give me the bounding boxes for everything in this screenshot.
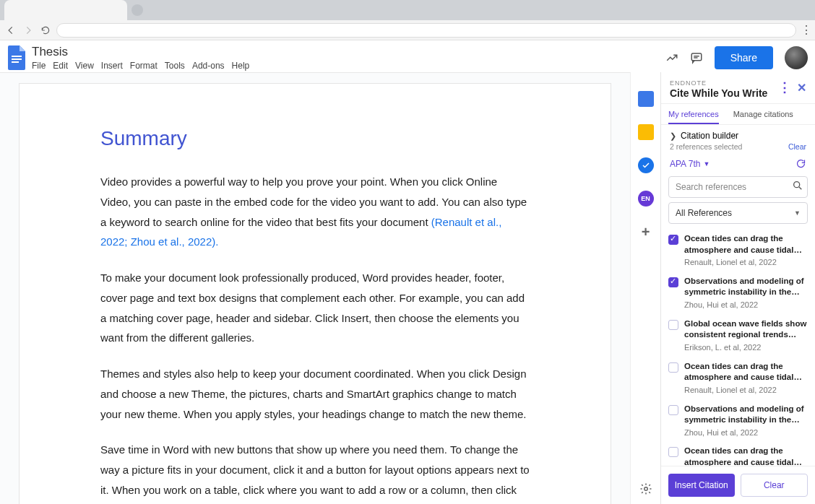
- reference-checkbox[interactable]: [668, 320, 678, 330]
- tab-my-references[interactable]: My references: [668, 110, 719, 124]
- citation-style-select[interactable]: APA 7th▼: [670, 159, 710, 169]
- reference-item[interactable]: Observations and modeling of symmetric i…: [667, 272, 809, 315]
- reference-authors: Zhou, Hui et al, 2022: [684, 300, 808, 310]
- panel-title: Cite While You Write: [670, 87, 778, 99]
- svg-rect-3: [691, 53, 702, 61]
- menu-format[interactable]: Format: [130, 61, 158, 71]
- menu-view[interactable]: View: [75, 61, 94, 71]
- clear-button[interactable]: Clear: [741, 474, 808, 497]
- body-paragraph: To make your document look professionall…: [100, 268, 530, 348]
- reference-title: Ocean tides can drag the atmosphere and …: [684, 446, 808, 466]
- activity-icon[interactable]: [665, 51, 678, 64]
- new-tab-button[interactable]: [131, 4, 143, 16]
- browser-menu-icon[interactable]: ⋮: [801, 23, 811, 37]
- svg-rect-0: [12, 56, 22, 57]
- reference-authors: Zhou, Hui et al, 2022: [684, 427, 808, 438]
- url-input[interactable]: [56, 23, 796, 38]
- selected-count: 2 references selected: [670, 142, 742, 151]
- menu-bar: File Edit View Insert Format Tools Add-o…: [32, 61, 249, 71]
- back-icon[interactable]: [4, 24, 17, 37]
- menu-addons[interactable]: Add-ons: [192, 61, 225, 71]
- svg-point-6: [644, 487, 647, 491]
- refresh-icon[interactable]: [795, 158, 806, 169]
- gdocs-logo-icon[interactable]: [7, 45, 27, 71]
- document-canvas[interactable]: Summary Video provides a powerful way to…: [0, 72, 630, 504]
- reference-item[interactable]: Ocean tides can drag the atmosphere and …: [667, 442, 809, 466]
- clear-selection-link[interactable]: Clear: [788, 142, 806, 151]
- reference-title: Ocean tides can drag the atmosphere and …: [684, 361, 808, 383]
- close-icon[interactable]: ✕: [797, 81, 806, 95]
- calendar-icon[interactable]: [638, 91, 654, 107]
- reference-checkbox[interactable]: [668, 362, 678, 373]
- browser-toolbar: ⋮: [0, 20, 815, 40]
- reference-item[interactable]: Observations and modeling of symmetric i…: [667, 400, 809, 443]
- menu-insert[interactable]: Insert: [101, 61, 123, 71]
- menu-help[interactable]: Help: [232, 61, 250, 71]
- search-input[interactable]: [668, 176, 808, 198]
- endnote-addon-icon[interactable]: EN: [638, 191, 654, 207]
- reference-item[interactable]: Ocean tides can drag the atmosphere and …: [667, 230, 809, 272]
- document-page: Summary Video provides a powerful way to…: [19, 83, 611, 504]
- reference-checkbox[interactable]: [668, 235, 678, 245]
- reference-authors: Erikson, L. et al, 2022: [684, 342, 808, 353]
- svg-rect-1: [12, 58, 22, 60]
- reference-title: Ocean tides can drag the atmosphere and …: [684, 233, 808, 256]
- reference-authors: Renault, Lionel et al, 2022: [684, 385, 808, 396]
- settings-icon[interactable]: [639, 482, 652, 495]
- reload-icon[interactable]: [39, 24, 52, 37]
- citation-builder-toggle[interactable]: ❯ Citation builder: [661, 125, 815, 142]
- add-addon-icon[interactable]: +: [638, 224, 654, 240]
- reference-title: Observations and modeling of symmetric i…: [684, 276, 808, 298]
- citation-builder-label: Citation builder: [681, 131, 738, 141]
- body-paragraph: Themes and styles also help to keep your…: [100, 364, 530, 424]
- reference-list: Ocean tides can drag the atmosphere and …: [661, 230, 815, 466]
- keep-icon[interactable]: [638, 124, 654, 140]
- reference-group-select[interactable]: All References ▼: [668, 202, 808, 224]
- panel-brand: ENDNOTE: [670, 79, 778, 87]
- page-heading: Summary: [100, 127, 530, 150]
- reference-title: Global ocean wave fields show consistent…: [684, 318, 808, 341]
- svg-point-7: [794, 182, 800, 188]
- reference-checkbox[interactable]: [668, 405, 678, 415]
- menu-file[interactable]: File: [32, 61, 46, 71]
- side-rail: EN +: [630, 72, 660, 504]
- tab-manage-citations[interactable]: Manage citations: [733, 110, 793, 124]
- reference-item[interactable]: Ocean tides can drag the atmosphere and …: [667, 357, 809, 400]
- reference-checkbox[interactable]: [668, 447, 678, 457]
- menu-tools[interactable]: Tools: [165, 61, 185, 71]
- reference-item[interactable]: Global ocean wave fields show consistent…: [667, 315, 809, 357]
- menu-edit[interactable]: Edit: [53, 61, 68, 71]
- insert-citation-button[interactable]: Insert Citation: [668, 474, 735, 497]
- browser-tab-strip: [0, 0, 815, 20]
- document-title[interactable]: Thesis: [32, 45, 249, 59]
- body-paragraph: Save time in Word with new buttons that …: [100, 440, 530, 504]
- body-paragraph: Video provides a powerful way to help yo…: [100, 172, 530, 252]
- avatar[interactable]: [785, 46, 808, 69]
- reference-authors: Renault, Lionel et al, 2022: [684, 257, 808, 268]
- reference-title: Observations and modeling of symmetric i…: [684, 404, 808, 426]
- reference-checkbox[interactable]: [668, 277, 678, 287]
- browser-tab[interactable]: [4, 0, 127, 20]
- panel-more-icon[interactable]: ⋮: [778, 79, 791, 95]
- comments-icon[interactable]: [690, 51, 703, 64]
- svg-line-8: [799, 187, 801, 189]
- forward-icon[interactable]: [22, 24, 35, 37]
- gdocs-header: Thesis File Edit View Insert Format Tool…: [0, 40, 815, 72]
- endnote-panel: ENDNOTE Cite While You Write ⋮ ✕ My refe…: [660, 72, 815, 504]
- search-icon[interactable]: [792, 180, 803, 191]
- svg-rect-2: [12, 61, 19, 63]
- chevron-down-icon: ▼: [794, 209, 801, 217]
- share-button[interactable]: Share: [715, 46, 773, 69]
- tasks-icon[interactable]: [638, 157, 654, 173]
- chevron-down-icon: ▼: [703, 160, 710, 168]
- chevron-right-icon: ❯: [670, 131, 676, 141]
